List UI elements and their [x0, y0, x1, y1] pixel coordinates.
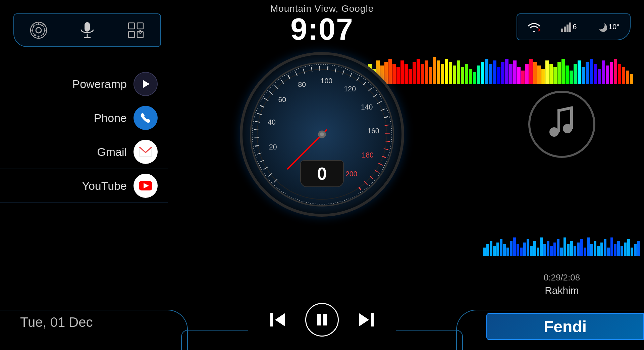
svg-line-137 [381, 109, 385, 111]
svg-rect-45 [445, 59, 448, 84]
svg-rect-49 [461, 67, 464, 84]
svg-text:20: 20 [269, 143, 277, 151]
svg-rect-205 [637, 241, 640, 256]
svg-line-114 [254, 138, 259, 138]
svg-rect-44 [441, 64, 444, 84]
svg-line-113 [255, 145, 259, 146]
svg-rect-179 [550, 246, 553, 256]
svg-line-142 [384, 148, 388, 149]
equalizer-bottom [483, 237, 641, 256]
settings-icon[interactable] [27, 18, 50, 42]
youtube-label: YouTube [82, 179, 127, 192]
temperature-label: 10° [608, 23, 620, 31]
temperature-status: 10° [598, 22, 620, 32]
music-icon[interactable] [528, 91, 595, 158]
svg-rect-43 [437, 60, 440, 84]
svg-line-125 [303, 69, 305, 74]
svg-rect-188 [580, 239, 583, 256]
svg-rect-9 [137, 32, 143, 38]
svg-line-116 [255, 121, 260, 122]
track-song[interactable]: Fendi [486, 313, 644, 340]
svg-rect-187 [577, 243, 580, 256]
svg-line-117 [257, 113, 262, 115]
svg-line-133 [363, 82, 366, 85]
svg-line-141 [385, 141, 390, 142]
svg-rect-191 [590, 244, 593, 256]
app-item-phone[interactable]: Phone [0, 101, 168, 135]
youtube-icon[interactable] [133, 174, 158, 198]
svg-rect-182 [560, 248, 563, 256]
svg-rect-39 [421, 64, 424, 84]
svg-rect-155 [317, 314, 321, 325]
next-button[interactable] [356, 310, 376, 330]
svg-marker-92 [143, 80, 150, 88]
svg-rect-184 [567, 244, 570, 256]
svg-rect-167 [510, 241, 513, 256]
bottom-center-right-border [396, 330, 463, 350]
gmail-label: Gmail [97, 145, 127, 159]
svg-rect-180 [553, 243, 556, 256]
svg-rect-38 [417, 59, 420, 84]
speedo-dial: 0 20 40 60 80 100 120 140 160 180 [240, 52, 404, 217]
svg-text:100: 100 [321, 77, 332, 85]
phone-label: Phone [94, 112, 127, 125]
svg-point-152 [320, 132, 324, 136]
svg-rect-193 [597, 246, 600, 256]
bottom-center-left-border [181, 330, 248, 350]
svg-rect-16 [569, 23, 571, 32]
svg-rect-159 [483, 248, 486, 256]
svg-rect-162 [493, 246, 496, 256]
pause-button[interactable] [305, 303, 339, 337]
track-time: 0:29/2:08 [480, 272, 644, 283]
svg-text:40: 40 [268, 118, 276, 126]
svg-rect-160 [486, 244, 489, 256]
svg-rect-164 [500, 239, 502, 256]
svg-rect-154 [270, 313, 273, 326]
svg-rect-14 [564, 27, 566, 32]
svg-point-2 [33, 24, 45, 36]
app-item-gmail[interactable]: Gmail [0, 135, 168, 169]
svg-rect-197 [610, 237, 613, 256]
right-panel: 0:29/2:08 Rakhim Fendi [480, 54, 644, 350]
poweramp-icon[interactable] [133, 72, 158, 96]
svg-rect-208 [557, 111, 560, 132]
svg-rect-177 [543, 244, 546, 256]
svg-rect-42 [433, 57, 436, 84]
svg-line-130 [342, 70, 344, 75]
svg-rect-196 [607, 248, 610, 256]
svg-rect-190 [587, 237, 590, 256]
svg-marker-157 [359, 313, 369, 326]
svg-rect-35 [405, 64, 408, 84]
svg-rect-194 [600, 243, 603, 256]
time-display: 9:07 [270, 14, 374, 44]
microphone-icon[interactable] [75, 18, 99, 42]
svg-text:160: 160 [367, 127, 379, 135]
svg-point-206 [549, 127, 559, 137]
svg-rect-178 [547, 241, 549, 256]
apps-icon[interactable] [124, 18, 148, 42]
svg-rect-171 [523, 243, 526, 256]
svg-rect-176 [540, 237, 543, 256]
svg-line-127 [320, 66, 320, 71]
svg-line-126 [311, 67, 312, 72]
phone-icon[interactable] [133, 106, 158, 130]
app-item-poweramp[interactable]: Poweramp [0, 67, 168, 101]
app-item-youtube[interactable]: YouTube [0, 169, 168, 203]
svg-rect-168 [513, 237, 516, 256]
gmail-icon[interactable] [133, 140, 158, 164]
svg-text:60: 60 [278, 96, 286, 104]
svg-rect-52 [473, 72, 476, 84]
prev-button[interactable] [268, 310, 288, 330]
svg-rect-41 [429, 67, 432, 84]
svg-rect-156 [323, 314, 327, 325]
svg-line-124 [296, 72, 298, 76]
svg-rect-170 [520, 248, 523, 256]
svg-rect-169 [517, 244, 519, 256]
svg-rect-183 [564, 237, 566, 256]
svg-rect-158 [371, 313, 374, 326]
svg-rect-6 [128, 23, 135, 29]
svg-rect-172 [527, 239, 529, 256]
track-artist: Rakhim [480, 285, 644, 296]
svg-text:120: 120 [344, 85, 356, 93]
speed-value: 0 [300, 160, 344, 187]
